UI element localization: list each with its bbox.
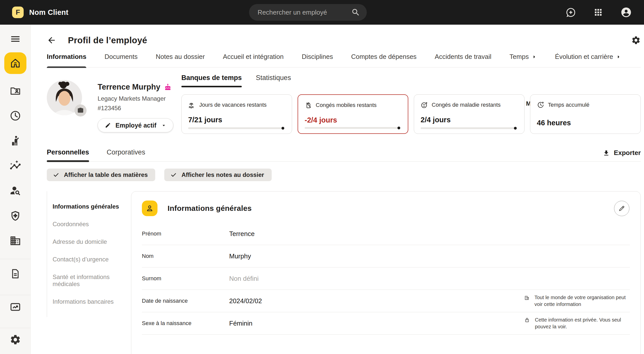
info-row-date-naissance: Date de naissance 2024/02/02 Tout le mon… bbox=[142, 290, 630, 312]
bank-card-vacances[interactable]: Jours de vacances restants 7/21 jours bbox=[181, 94, 292, 134]
toc-coordonnees[interactable]: Coordonnées bbox=[53, 215, 131, 233]
tab-notes-au-dossier[interactable]: Notes au dossier bbox=[156, 53, 205, 67]
tab-accidents-travail[interactable]: Accidents de travail bbox=[435, 53, 491, 67]
tab-corporatives[interactable]: Corporatives bbox=[107, 148, 145, 161]
bank-value: 7/21 jours bbox=[188, 116, 284, 124]
toc-adresse-domicile[interactable]: Adresse du domicile bbox=[53, 233, 131, 251]
birthday-cake-icon bbox=[164, 84, 171, 91]
tab-statistiques[interactable]: Statistiques bbox=[256, 74, 291, 87]
tab-temps[interactable]: Temps bbox=[509, 53, 537, 67]
bank-value: -2/4 jours bbox=[305, 116, 400, 124]
camera-icon bbox=[77, 107, 84, 114]
menu-icon[interactable] bbox=[10, 33, 21, 45]
sidebar-item-employee-files[interactable] bbox=[10, 85, 21, 97]
chevron-right-icon bbox=[616, 54, 621, 59]
bank-tabs: Banques de temps Statistiques bbox=[181, 74, 641, 87]
sick-face-icon bbox=[421, 101, 428, 109]
clock-plus-icon bbox=[537, 101, 544, 109]
bank-value: 46 heures bbox=[537, 119, 633, 127]
main-content: Profil de l’employé Informations Documen… bbox=[31, 25, 644, 354]
general-info-card: Informations générales Prénom Terrence N… bbox=[131, 191, 641, 354]
sidebar-item-documents[interactable] bbox=[10, 268, 21, 279]
tab-disciplines[interactable]: Disciplines bbox=[302, 53, 333, 67]
page-settings-gear-icon[interactable] bbox=[631, 35, 641, 45]
info-row-prenom: Prénom Terrence bbox=[142, 223, 630, 245]
bank-progress bbox=[305, 127, 400, 129]
sidebar-item-person-search[interactable] bbox=[10, 185, 21, 196]
tab-personnelles[interactable]: Personnelles bbox=[47, 148, 89, 161]
tab-documents[interactable]: Documents bbox=[104, 53, 138, 67]
toc-informations-generales[interactable]: Informations générales bbox=[53, 198, 131, 215]
tab-evolution-carriere[interactable]: Évolution et carrière bbox=[555, 53, 621, 67]
employee-status-button[interactable]: Employé actif bbox=[98, 118, 173, 132]
bank-value: 2/4 jours bbox=[421, 116, 517, 124]
tab-comptes-depenses[interactable]: Comptes de dépenses bbox=[351, 53, 417, 67]
person-icon bbox=[142, 201, 157, 216]
search-icon[interactable] bbox=[351, 8, 360, 17]
employee-search[interactable] bbox=[249, 4, 367, 21]
employee-role: Legacy Markets Manager bbox=[98, 95, 173, 102]
toc-informations-bancaires[interactable]: Informations bancaires bbox=[53, 293, 131, 310]
toggle-file-notes-chip[interactable]: Afficher les notes au dossier bbox=[164, 169, 271, 181]
download-icon bbox=[603, 149, 610, 156]
bank-progress bbox=[188, 127, 284, 129]
bank-card-maladie[interactable]: Congés de maladie restants 2/4 jours bbox=[414, 94, 525, 134]
organization-icon bbox=[524, 294, 530, 302]
bank-card-conges-mobiles[interactable]: Congés mobiles restants -2/4 jours bbox=[298, 94, 408, 134]
privacy-note: Cette information est privée. Vous seul … bbox=[524, 313, 630, 334]
chevron-right-icon bbox=[532, 54, 537, 59]
employee-number: #123456 bbox=[98, 105, 173, 112]
table-of-contents: Informations générales Coordonnées Adres… bbox=[47, 191, 131, 317]
info-row-nom: Nom Murphy bbox=[142, 245, 630, 267]
sidebar-item-settings[interactable] bbox=[10, 334, 21, 345]
edit-info-button[interactable] bbox=[614, 201, 629, 216]
sidebar bbox=[0, 25, 31, 354]
visibility-note: Tout le monde de votre organisation peut… bbox=[524, 291, 630, 311]
lock-icon bbox=[524, 317, 530, 324]
tab-banques-de-temps[interactable]: Banques de temps bbox=[181, 74, 242, 87]
home-icon bbox=[4, 52, 26, 74]
sidebar-divider bbox=[0, 328, 30, 328]
no-luggage-icon bbox=[305, 101, 312, 109]
sidebar-item-home[interactable] bbox=[4, 52, 26, 74]
beach-umbrella-icon bbox=[188, 101, 196, 109]
sidebar-item-reports[interactable] bbox=[10, 301, 21, 313]
edit-pencil-icon bbox=[618, 205, 625, 212]
sidebar-item-company[interactable] bbox=[10, 235, 21, 247]
apps-grid-icon[interactable] bbox=[593, 7, 603, 17]
search-input[interactable] bbox=[258, 9, 351, 16]
caret-down-icon bbox=[161, 123, 167, 128]
toggle-table-of-contents-chip[interactable]: Afficher la table des matières bbox=[47, 169, 155, 181]
employee-name: Terrence Murphy bbox=[98, 83, 160, 92]
info-card-title: Informations générales bbox=[168, 204, 252, 213]
employee-summary: Terrence Murphy Legacy Markets Manager #… bbox=[47, 74, 181, 134]
back-arrow-icon[interactable] bbox=[47, 35, 56, 45]
check-icon bbox=[53, 172, 59, 178]
info-row-sexe-naissance: Sexe à la naissance Féminin Cette inform… bbox=[142, 312, 630, 335]
bank-card-temps-accumule[interactable]: Temps accumulé 46 heures bbox=[530, 94, 641, 134]
account-icon[interactable] bbox=[620, 7, 632, 18]
tab-informations[interactable]: Informations bbox=[47, 53, 86, 67]
sidebar-item-time[interactable] bbox=[10, 110, 21, 122]
sidebar-divider bbox=[0, 259, 30, 259]
toc-sante-medicales[interactable]: Santé et informations médicales bbox=[53, 268, 131, 293]
toc-contacts-urgence[interactable]: Contact(s) d’urgence bbox=[53, 251, 131, 268]
change-photo-button[interactable] bbox=[74, 104, 87, 116]
sidebar-item-health-safety[interactable] bbox=[10, 210, 21, 222]
profile-section-tabs: Informations Documents Notes au dossier … bbox=[47, 52, 641, 67]
brand-logo-letter: F bbox=[16, 8, 20, 16]
new-message-icon[interactable] bbox=[566, 7, 576, 18]
brand-logo[interactable]: F bbox=[12, 7, 24, 18]
check-icon bbox=[170, 172, 177, 178]
edit-pencil-icon bbox=[105, 122, 111, 128]
export-button[interactable]: Exporter bbox=[603, 149, 641, 161]
sidebar-divider bbox=[0, 295, 30, 295]
profile-info-tabs: Personnelles Corporatives Exporter bbox=[47, 146, 641, 162]
topbar: F Nom Client bbox=[0, 0, 644, 25]
app-name: Nom Client bbox=[29, 8, 68, 17]
page-title: Profil de l’employé bbox=[68, 35, 147, 45]
sidebar-item-insights[interactable] bbox=[10, 160, 21, 171]
info-row-surnom: Surnom Non défini bbox=[142, 267, 630, 290]
tab-accueil-integration[interactable]: Accueil et intégration bbox=[223, 53, 284, 67]
sidebar-item-vacation[interactable] bbox=[10, 135, 21, 146]
